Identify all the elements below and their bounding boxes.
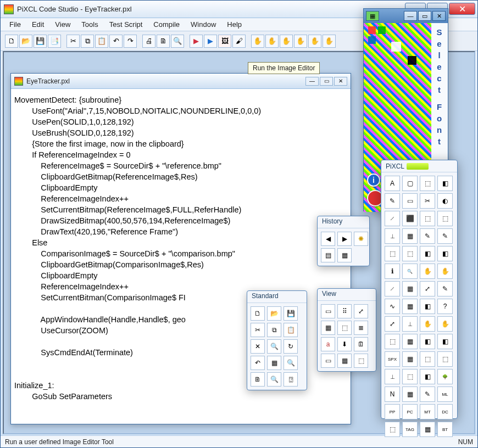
child-maximize-button[interactable]: ▭ — [320, 77, 333, 86]
std-save-button[interactable]: 💾 — [284, 306, 298, 321]
pixcl-tool-20[interactable]: ℹ — [385, 264, 400, 279]
open-file-button[interactable]: 📂 — [19, 35, 32, 48]
std-cut-button[interactable]: ✂ — [251, 323, 265, 337]
pixcl-tool-54[interactable]: MT — [420, 404, 435, 419]
pixcl-tool-49[interactable]: ▦ — [402, 387, 418, 402]
pixcl-tool-7[interactable]: ◐ — [437, 193, 453, 209]
pixcl-tool-36[interactable]: ⬚ — [385, 334, 400, 349]
std-paste-button[interactable]: 📋 — [284, 323, 298, 337]
pixcl-tool-5[interactable]: ▭ — [402, 193, 418, 209]
pixcl-tool-42[interactable]: ⬚ — [420, 351, 435, 367]
pixcl-tool-30[interactable]: ◧ — [420, 299, 435, 314]
pixcl-tool-6[interactable]: ✂ — [420, 193, 435, 209]
pixcl-tool-33[interactable]: ⟂ — [402, 316, 418, 332]
menu-help[interactable]: Help — [223, 19, 246, 30]
image-editor-maximize-button[interactable]: ▭ — [418, 11, 431, 21]
pixcl-tool-15[interactable]: ✎ — [437, 228, 453, 244]
saveas-button[interactable]: 📑 — [48, 35, 61, 48]
history-title[interactable]: History — [318, 216, 369, 228]
pixcl-title[interactable]: PiXCL — [381, 160, 457, 172]
std-find-button[interactable]: 🔍 — [267, 339, 281, 354]
std-copy-button[interactable]: ⧉ — [267, 323, 281, 337]
image-editor-titlebar[interactable]: ▦ — ▭ ✕ — [364, 9, 448, 23]
pixcl-tool-45[interactable]: ⬚ — [402, 369, 418, 384]
std-new-button[interactable]: 🗋 — [251, 306, 265, 321]
pixcl-tool-34[interactable]: ✋ — [420, 316, 435, 332]
view-btn-12[interactable]: ⬚ — [354, 354, 368, 368]
view-btn-9[interactable]: 🗓 — [354, 337, 368, 351]
menu-testscript[interactable]: Test Script — [105, 19, 147, 30]
view-btn-8[interactable]: ⬇ — [337, 337, 352, 351]
history-list2-button[interactable]: ▦ — [337, 248, 352, 262]
history-palette[interactable]: History ◀ ▶ ✺ ▤ ▦ — [317, 216, 370, 266]
menu-tools[interactable]: Tools — [77, 19, 102, 30]
std-find2-button[interactable]: 🔍 — [267, 372, 281, 387]
pixcl-tool-8[interactable]: ⟋ — [385, 211, 400, 226]
toolbtn-7[interactable]: ✋ — [280, 35, 293, 48]
pixcl-tool-11[interactable]: ⬚ — [437, 211, 453, 226]
view-btn-1[interactable]: ▭ — [321, 304, 335, 318]
save-button[interactable]: 💾 — [34, 35, 47, 48]
code-window-titlebar[interactable]: EyeTracker.pxl — ▭ ✕ — [11, 74, 351, 89]
pixcl-palette[interactable]: PiXCL A▢⬚◧✎▭✂◐⟋⬛⬚⬚⟂▦✎✎⬚⬚◧◧ℹ🔍✋✋⟋▦⤢✎∿▦◧?⤢⟂… — [381, 160, 458, 419]
pixcl-tool-50[interactable]: ✎ — [420, 387, 435, 402]
view-btn-11[interactable]: ▦ — [337, 354, 352, 368]
pixcl-tool-9[interactable]: ⬛ — [402, 211, 418, 226]
view-btn-3[interactable]: ⤢ — [354, 304, 368, 318]
child-minimize-button[interactable]: — — [305, 77, 319, 86]
redo-button[interactable]: ↷ — [124, 35, 137, 48]
std-replace-button[interactable]: ↻ — [284, 339, 298, 354]
pixcl-tool-23[interactable]: ✋ — [437, 264, 453, 279]
menu-file[interactable]: File — [5, 19, 25, 30]
menu-edit[interactable]: Edit — [27, 19, 48, 30]
pixcl-tool-19[interactable]: ◧ — [437, 246, 453, 261]
find-button[interactable]: 🔍 — [171, 35, 184, 48]
pixcl-tool-48[interactable]: N — [385, 387, 400, 402]
view-palette[interactable]: View ▭ ⠿ ⤢ ▦ ⬚ ≣ a ⬇ 🗓 ▭ ▦ ⬚ — [317, 288, 376, 372]
pixcl-tool-56[interactable]: ⬚ — [385, 422, 400, 437]
pixcl-tool-27[interactable]: ✎ — [437, 281, 453, 296]
pixcl-tool-40[interactable]: SPX — [385, 351, 400, 367]
pixcl-tool-52[interactable]: PP — [385, 404, 400, 419]
view-btn-10[interactable]: ▭ — [321, 354, 335, 368]
toolbtn-10[interactable]: ✋ — [323, 35, 336, 48]
pixcl-tool-29[interactable]: ▦ — [402, 299, 418, 314]
menu-compile[interactable]: Compile — [149, 19, 184, 30]
pixcl-tool-41[interactable]: ▦ — [402, 351, 418, 367]
pixcl-tool-16[interactable]: ⬚ — [385, 246, 400, 261]
pixcl-tool-31[interactable]: ? — [437, 299, 453, 314]
pixcl-tool-47[interactable]: 🌳 — [437, 369, 453, 384]
pixcl-tool-39[interactable]: ◧ — [437, 334, 453, 349]
image-tool-button[interactable]: 🖌 — [232, 35, 246, 48]
history-forward-button[interactable]: ▶ — [337, 232, 352, 246]
pixcl-tool-10[interactable]: ⬚ — [420, 211, 435, 226]
pixcl-tool-2[interactable]: ⬚ — [420, 176, 435, 191]
view-btn-5[interactable]: ⬚ — [337, 321, 352, 335]
copy-button[interactable]: ⧉ — [81, 35, 94, 48]
pixcl-tool-28[interactable]: ∿ — [385, 299, 400, 314]
pixcl-tool-58[interactable]: ▦ — [420, 422, 435, 437]
run-button[interactable]: ▶ — [190, 35, 203, 48]
toolbtn-6[interactable]: ✋ — [265, 35, 279, 48]
pixcl-tool-59[interactable]: BT — [437, 422, 453, 437]
pixcl-tool-55[interactable]: DC — [437, 404, 453, 419]
view-title[interactable]: View — [318, 289, 376, 301]
pixcl-tool-0[interactable]: A — [385, 176, 400, 191]
pixcl-tool-53[interactable]: PC — [402, 404, 418, 419]
history-list1-button[interactable]: ▤ — [321, 248, 335, 262]
pixcl-tool-25[interactable]: ▦ — [402, 281, 418, 296]
image-editor-close-button[interactable]: ✕ — [432, 11, 446, 21]
pixcl-tool-32[interactable]: ⤢ — [385, 316, 400, 332]
view-btn-4[interactable]: ▦ — [321, 321, 335, 335]
history-back-button[interactable]: ◀ — [321, 232, 335, 246]
print-button[interactable]: 🖨 — [142, 35, 155, 48]
compile-run-button[interactable]: ▶ — [204, 35, 217, 48]
pixcl-tool-17[interactable]: ⬚ — [402, 246, 418, 261]
pixcl-tool-38[interactable]: ◧ — [420, 334, 435, 349]
image-editor-minimize-button[interactable]: — — [404, 11, 417, 21]
pixcl-tool-35[interactable]: ✋ — [437, 316, 453, 332]
pixcl-tool-21[interactable]: 🔍 — [402, 264, 418, 279]
pixcl-tool-43[interactable]: ⬚ — [437, 351, 453, 367]
pixcl-tool-44[interactable]: ⟂ — [385, 369, 400, 384]
view-btn-6[interactable]: ≣ — [354, 321, 368, 335]
